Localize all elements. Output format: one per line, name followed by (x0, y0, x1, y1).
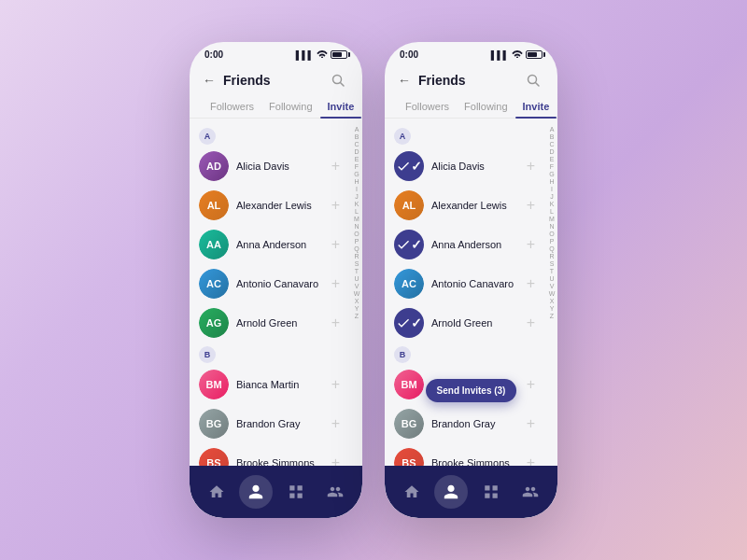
tab-invite-left[interactable]: Invite (320, 95, 362, 118)
svg-line-1 (341, 83, 345, 87)
name-alicia-right: Alicia Davis (431, 161, 519, 172)
add-bianca-left[interactable]: + (331, 376, 347, 393)
contact-brandon-left: BG Brandon Gray + (199, 404, 351, 443)
nav-home-left[interactable] (200, 475, 233, 509)
nav-grid-right[interactable] (474, 475, 508, 509)
contact-alexander-right: AL Alexander Lewis + (394, 186, 546, 225)
signal-right: ▌▌▌ (491, 50, 509, 60)
section-b-left: B (199, 346, 216, 363)
avatar-img-arnold-left: AG (199, 308, 229, 338)
contact-alicia-left: AD Alicia Davis + (199, 147, 351, 186)
avatar-brooke-right: BS (394, 448, 424, 466)
avatar-bianca-right: BM (394, 370, 424, 399)
nav-bar-left (190, 466, 362, 518)
nav-profile-right[interactable] (434, 475, 468, 509)
tabs-left: Followers Following Invite (190, 95, 362, 119)
add-anna-left[interactable]: + (331, 236, 347, 253)
title-right: Friends (418, 73, 514, 88)
tab-followers-left[interactable]: Followers (203, 95, 261, 118)
back-btn-left[interactable]: ← (203, 73, 216, 88)
name-brooke-right: Brooke Simmons (431, 457, 519, 466)
avatar-anna-left: AA (199, 230, 229, 259)
nav-home-right[interactable] (395, 475, 429, 509)
contact-alicia-right: Alicia Davis + (394, 147, 546, 186)
section-a-right: A (394, 128, 411, 145)
avatar-img-bianca-right: BM (394, 370, 424, 399)
tab-followers-right[interactable]: Followers (398, 95, 457, 118)
add-brandon-right[interactable]: + (527, 415, 543, 432)
phone-right: 0:00 ▌▌▌ ← Friends Followers Following I… (385, 42, 557, 518)
battery-left (331, 50, 347, 59)
contact-arnold-left: AG Arnold Green + (199, 303, 351, 343)
add-antonio-right[interactable]: + (527, 275, 543, 292)
name-antonio-left: Antonio Canavaro (236, 278, 324, 289)
tab-invite-right[interactable]: Invite (515, 95, 557, 118)
wifi-left (317, 49, 328, 60)
name-brandon-left: Brandon Gray (236, 418, 324, 429)
avatar-alexander-right: AL (394, 190, 424, 220)
contact-list-right: A Alicia Davis + AL Alexander Lewis + (385, 124, 557, 466)
name-alexander-left: Alexander Lewis (236, 200, 324, 211)
nav-friends-left[interactable] (318, 475, 352, 509)
add-arnold-right[interactable]: + (527, 315, 543, 331)
avatar-img-alicia-left: AD (199, 151, 229, 181)
send-invites-btn[interactable]: Send Invites (3) (426, 379, 517, 402)
add-alicia-right[interactable]: + (527, 158, 543, 175)
name-arnold-left: Arnold Green (236, 317, 324, 329)
contact-bianca-left: BM Bianca Martin + (199, 365, 351, 404)
search-btn-left[interactable] (327, 69, 349, 91)
avatar-img-anna-left: AA (199, 230, 229, 259)
add-brandon-left[interactable]: + (331, 415, 347, 432)
add-alexander-right[interactable]: + (527, 197, 543, 214)
name-brooke-left: Brooke Simmons (236, 457, 324, 466)
nav-profile-left[interactable] (239, 475, 273, 509)
contact-brooke-left: BS Brooke Simmons + (199, 443, 351, 466)
nav-friends-right[interactable] (514, 475, 547, 509)
index-bar-right[interactable]: A B C D E F G H I J K L M N O P Q R S T (546, 124, 557, 466)
tab-following-left[interactable]: Following (261, 95, 319, 118)
contact-alexander-left: AL Alexander Lewis + (199, 186, 351, 225)
name-alexander-right: Alexander Lewis (431, 200, 519, 211)
tabs-right: Followers Following Invite (385, 95, 557, 119)
name-arnold-right: Arnold Green (431, 317, 519, 329)
add-anna-right[interactable]: + (527, 236, 543, 253)
contact-brandon-right: BG Brandon Gray + (394, 404, 546, 443)
signal-left: ▌▌▌ (296, 50, 314, 60)
avatar-img-alexander-left: AL (199, 190, 229, 220)
avatar-antonio-right: AC (394, 269, 424, 299)
add-antonio-left[interactable]: + (331, 275, 347, 292)
add-alicia-left[interactable]: + (331, 158, 347, 175)
add-brooke-right[interactable]: + (527, 455, 543, 466)
avatar-arnold-left: AG (199, 308, 229, 338)
search-btn-right[interactable] (522, 69, 544, 91)
back-btn-right[interactable]: ← (398, 73, 411, 88)
avatar-anna-right (394, 230, 424, 259)
status-icons-left: ▌▌▌ (296, 49, 347, 60)
avatar-img-brandon-left: BG (199, 409, 229, 439)
avatar-brooke-left: BS (199, 448, 229, 466)
time-right: 0:00 (400, 49, 418, 60)
contact-anna-left: AA Anna Anderson + (199, 225, 351, 264)
avatar-img-antonio-right: AC (394, 269, 424, 299)
add-arnold-left[interactable]: + (331, 315, 347, 331)
status-icons-right: ▌▌▌ (491, 49, 543, 60)
name-alicia-left: Alicia Davis (236, 161, 324, 172)
name-anna-right: Anna Anderson (431, 239, 519, 250)
tab-following-right[interactable]: Following (457, 95, 514, 118)
add-brooke-left[interactable]: + (331, 455, 347, 466)
header-left: ← Friends (190, 63, 362, 95)
svg-line-3 (536, 83, 540, 87)
avatar-img-alexander-right: AL (394, 190, 424, 220)
battery-right (526, 50, 543, 59)
name-antonio-right: Antonio Canavaro (431, 278, 519, 289)
contact-antonio-left: AC Antonio Canavaro + (199, 264, 351, 303)
avatar-arnold-right (394, 308, 424, 338)
avatar-antonio-left: AC (199, 269, 229, 299)
title-left: Friends (223, 73, 319, 88)
add-alexander-left[interactable]: + (331, 197, 347, 214)
contact-arnold-right: Arnold Green + (394, 303, 546, 343)
section-b-right: B (394, 346, 411, 363)
add-bianca-right[interactable]: + (527, 376, 543, 393)
nav-grid-left[interactable] (279, 475, 313, 509)
index-bar-left[interactable]: A B C D E F G H I J K L M N O P Q R S T (351, 124, 362, 466)
